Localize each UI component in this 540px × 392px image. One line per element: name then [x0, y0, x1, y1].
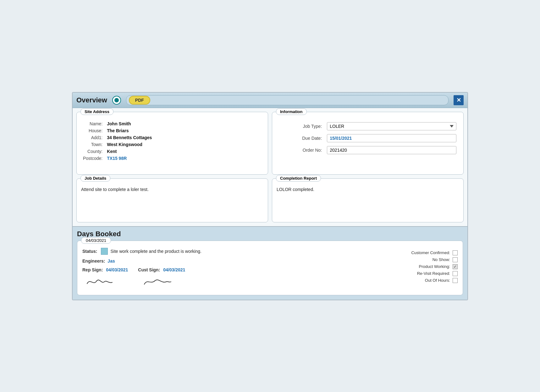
- checkbox[interactable]: [453, 278, 458, 283]
- cust-signature: [138, 274, 176, 289]
- due-date-input[interactable]: [327, 134, 456, 142]
- cust-sign-label: Cust Sign:: [138, 267, 160, 272]
- address-field-label: Town:: [81, 141, 105, 148]
- title-bar: Overview PDF ✕: [73, 93, 467, 108]
- top-panels: Site Address Name: John Smith House: The…: [76, 112, 464, 175]
- job-type-field[interactable]: LOLER: [324, 120, 459, 132]
- completion-report-panel: Completion Report LOLOR completed.: [272, 178, 464, 222]
- engineers-row: Engineers: Jas: [82, 259, 411, 264]
- information-panel: Information Job Type: LOLER Due Date:: [272, 112, 464, 175]
- rep-sign-date: 04/03/2021: [106, 267, 128, 272]
- address-field-label: Postcode:: [81, 155, 105, 162]
- checkbox-label: Product Working:: [419, 264, 450, 269]
- radio-inner: [114, 98, 119, 102]
- booking-inner: Status: Site work complete and the produ…: [82, 248, 458, 290]
- completion-report-title: Completion Report: [276, 175, 321, 182]
- information-title: Information: [276, 108, 307, 115]
- booking-card: 04/03/2021 Status: Site work complete an…: [77, 241, 463, 295]
- checkbox-label: Out Of Hours:: [425, 278, 450, 283]
- address-field-value: West Kingswood: [105, 141, 154, 148]
- main-window: Overview PDF ✕ Site Address Name: John S…: [72, 92, 468, 300]
- address-row: Add1: 34 Bennetts Cottages: [81, 134, 154, 141]
- checkbox[interactable]: ✓: [453, 264, 458, 269]
- status-text: Site work complete and the product is wo…: [110, 249, 201, 254]
- address-field-value: TX15 98R: [105, 155, 154, 162]
- order-no-input[interactable]: [327, 146, 456, 154]
- completion-report-content: LOLOR completed.: [277, 187, 459, 192]
- checkbox-row: Re-Visit Required:: [417, 271, 458, 276]
- due-date-label: Due Date:: [277, 132, 324, 144]
- due-date-field[interactable]: [324, 132, 459, 144]
- sign-row: Rep Sign: 04/03/2021: [82, 267, 411, 289]
- job-type-select[interactable]: LOLER: [327, 122, 456, 130]
- status-indicator: [101, 248, 108, 255]
- address-field-label: Add1:: [81, 134, 105, 141]
- address-row: County: Kent: [81, 148, 154, 155]
- checkbox[interactable]: [453, 271, 458, 276]
- job-details-content: Attend site to complete a loler test.: [81, 187, 263, 192]
- radio-button[interactable]: [112, 96, 121, 105]
- address-field-value: The Briars: [105, 127, 154, 134]
- checkbox-row: Product Working:✓: [419, 264, 458, 269]
- days-booked-title: Days Booked: [77, 230, 463, 238]
- rep-sign-group: Rep Sign: 04/03/2021: [82, 267, 128, 289]
- address-table: Name: John Smith House: The Briars Add1:…: [81, 120, 154, 162]
- address-field-value: John Smith: [105, 120, 154, 127]
- main-content: Site Address Name: John Smith House: The…: [73, 108, 467, 226]
- address-field-label: County:: [81, 148, 105, 155]
- job-type-label: Job Type:: [277, 120, 324, 132]
- due-date-row: Due Date:: [277, 132, 459, 144]
- status-row: Status: Site work complete and the produ…: [82, 248, 411, 255]
- checkbox-label: No Show:: [433, 257, 450, 262]
- engineers-label: Engineers:: [82, 259, 105, 264]
- job-type-row: Job Type: LOLER: [277, 120, 459, 132]
- close-button[interactable]: ✕: [454, 95, 464, 105]
- tab-bar: PDF: [126, 95, 449, 105]
- info-table: Job Type: LOLER Due Date: O: [277, 120, 459, 156]
- window-title: Overview: [76, 96, 107, 104]
- cust-sign-date: 04/03/2021: [163, 267, 185, 272]
- order-no-field[interactable]: [324, 144, 459, 156]
- cust-signature-svg: [140, 275, 174, 287]
- site-address-title: Site Address: [80, 108, 113, 115]
- radio-circle: [112, 96, 121, 105]
- pdf-button[interactable]: PDF: [129, 96, 150, 105]
- engineer-name: Jas: [107, 259, 115, 264]
- job-details-title: Job Details: [80, 175, 110, 182]
- address-field-value: Kent: [105, 148, 154, 155]
- booking-body: Status: Site work complete and the produ…: [82, 248, 458, 290]
- checkbox-row: No Show:: [433, 257, 458, 262]
- rep-sign-label-row: Rep Sign: 04/03/2021: [82, 267, 128, 272]
- site-address-panel: Site Address Name: John Smith House: The…: [76, 112, 268, 175]
- cust-sign-group: Cust Sign: 04/03/2021: [138, 267, 185, 289]
- checkbox-label: Customer Confirmed:: [411, 250, 450, 255]
- address-row: House: The Briars: [81, 127, 154, 134]
- order-no-row: Order No:: [277, 144, 459, 156]
- days-booked-section: Days Booked 04/03/2021 Status: Site work…: [73, 226, 467, 300]
- address-field-label: Name:: [81, 120, 105, 127]
- address-field-label: House:: [81, 127, 105, 134]
- days-booked-inner: 04/03/2021 Status: Site work complete an…: [77, 241, 463, 300]
- rep-sign-label: Rep Sign:: [82, 267, 103, 272]
- order-no-label: Order No:: [277, 144, 324, 156]
- rep-signature-svg: [84, 275, 118, 287]
- status-label: Status:: [82, 249, 97, 254]
- booking-left: Status: Site work complete and the produ…: [82, 248, 411, 290]
- booking-date-badge: 04/03/2021: [81, 237, 111, 244]
- checkbox-row: Out Of Hours:: [425, 278, 458, 283]
- address-row: Name: John Smith: [81, 120, 154, 127]
- checkboxes-panel: Customer Confirmed:No Show:Product Worki…: [411, 250, 458, 283]
- rep-signature: [82, 274, 120, 289]
- address-field-value: 34 Bennetts Cottages: [105, 134, 154, 141]
- checkbox-row: Customer Confirmed:: [411, 250, 458, 255]
- address-row: Town: West Kingswood: [81, 141, 154, 148]
- job-details-panel: Job Details Attend site to complete a lo…: [76, 178, 268, 222]
- cust-sign-label-row: Cust Sign: 04/03/2021: [138, 267, 185, 272]
- address-row: Postcode: TX15 98R: [81, 155, 154, 162]
- bottom-panels: Job Details Attend site to complete a lo…: [76, 178, 464, 222]
- checkbox[interactable]: [453, 257, 458, 262]
- checkbox[interactable]: [453, 250, 458, 255]
- checkbox-label: Re-Visit Required:: [417, 271, 450, 276]
